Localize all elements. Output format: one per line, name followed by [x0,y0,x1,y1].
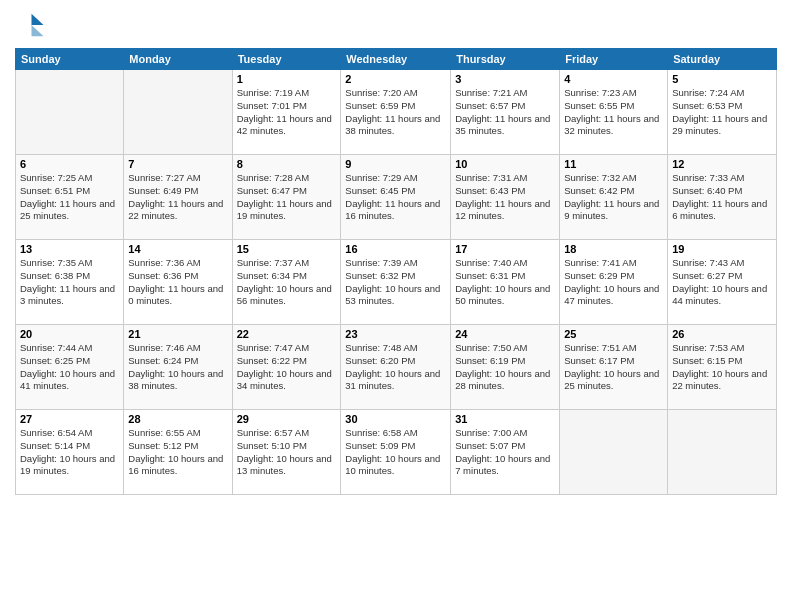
day-number: 19 [672,243,772,255]
calendar-cell: 27Sunrise: 6:54 AMSunset: 5:14 PMDayligh… [16,410,124,495]
day-number: 30 [345,413,446,425]
day-number: 18 [564,243,663,255]
day-number: 17 [455,243,555,255]
day-number: 10 [455,158,555,170]
cell-info: Sunrise: 7:31 AMSunset: 6:43 PMDaylight:… [455,172,555,223]
cell-info: Sunrise: 7:44 AMSunset: 6:25 PMDaylight:… [20,342,119,393]
logo [15,10,49,40]
day-number: 2 [345,73,446,85]
calendar-day-header: Friday [560,49,668,70]
cell-info: Sunrise: 7:43 AMSunset: 6:27 PMDaylight:… [672,257,772,308]
calendar-cell: 7Sunrise: 7:27 AMSunset: 6:49 PMDaylight… [124,155,232,240]
day-number: 14 [128,243,227,255]
day-number: 31 [455,413,555,425]
calendar-week-row: 20Sunrise: 7:44 AMSunset: 6:25 PMDayligh… [16,325,777,410]
cell-info: Sunrise: 6:54 AMSunset: 5:14 PMDaylight:… [20,427,119,478]
day-number: 3 [455,73,555,85]
cell-info: Sunrise: 7:46 AMSunset: 6:24 PMDaylight:… [128,342,227,393]
cell-info: Sunrise: 7:20 AMSunset: 6:59 PMDaylight:… [345,87,446,138]
calendar-cell [560,410,668,495]
calendar-cell: 8Sunrise: 7:28 AMSunset: 6:47 PMDaylight… [232,155,341,240]
calendar-cell: 18Sunrise: 7:41 AMSunset: 6:29 PMDayligh… [560,240,668,325]
day-number: 22 [237,328,337,340]
day-number: 27 [20,413,119,425]
calendar-cell: 19Sunrise: 7:43 AMSunset: 6:27 PMDayligh… [668,240,777,325]
cell-info: Sunrise: 7:28 AMSunset: 6:47 PMDaylight:… [237,172,337,223]
calendar-cell [124,70,232,155]
cell-info: Sunrise: 7:40 AMSunset: 6:31 PMDaylight:… [455,257,555,308]
calendar-cell: 24Sunrise: 7:50 AMSunset: 6:19 PMDayligh… [451,325,560,410]
day-number: 4 [564,73,663,85]
calendar-day-header: Monday [124,49,232,70]
calendar-cell: 5Sunrise: 7:24 AMSunset: 6:53 PMDaylight… [668,70,777,155]
day-number: 23 [345,328,446,340]
cell-info: Sunrise: 7:25 AMSunset: 6:51 PMDaylight:… [20,172,119,223]
calendar-cell: 22Sunrise: 7:47 AMSunset: 6:22 PMDayligh… [232,325,341,410]
day-number: 5 [672,73,772,85]
calendar-day-header: Sunday [16,49,124,70]
calendar-table: SundayMondayTuesdayWednesdayThursdayFrid… [15,48,777,495]
calendar-day-header: Tuesday [232,49,341,70]
cell-info: Sunrise: 7:24 AMSunset: 6:53 PMDaylight:… [672,87,772,138]
calendar-cell: 14Sunrise: 7:36 AMSunset: 6:36 PMDayligh… [124,240,232,325]
day-number: 12 [672,158,772,170]
cell-info: Sunrise: 7:50 AMSunset: 6:19 PMDaylight:… [455,342,555,393]
svg-marker-1 [32,25,44,36]
calendar-cell [668,410,777,495]
page: SundayMondayTuesdayWednesdayThursdayFrid… [0,0,792,612]
cell-info: Sunrise: 7:00 AMSunset: 5:07 PMDaylight:… [455,427,555,478]
day-number: 9 [345,158,446,170]
cell-info: Sunrise: 6:57 AMSunset: 5:10 PMDaylight:… [237,427,337,478]
cell-info: Sunrise: 6:58 AMSunset: 5:09 PMDaylight:… [345,427,446,478]
calendar-cell: 23Sunrise: 7:48 AMSunset: 6:20 PMDayligh… [341,325,451,410]
calendar-cell: 9Sunrise: 7:29 AMSunset: 6:45 PMDaylight… [341,155,451,240]
day-number: 8 [237,158,337,170]
day-number: 28 [128,413,227,425]
cell-info: Sunrise: 6:55 AMSunset: 5:12 PMDaylight:… [128,427,227,478]
calendar-header-row: SundayMondayTuesdayWednesdayThursdayFrid… [16,49,777,70]
cell-info: Sunrise: 7:53 AMSunset: 6:15 PMDaylight:… [672,342,772,393]
cell-info: Sunrise: 7:48 AMSunset: 6:20 PMDaylight:… [345,342,446,393]
logo-icon [15,10,45,40]
calendar-cell: 21Sunrise: 7:46 AMSunset: 6:24 PMDayligh… [124,325,232,410]
day-number: 1 [237,73,337,85]
calendar-cell: 17Sunrise: 7:40 AMSunset: 6:31 PMDayligh… [451,240,560,325]
cell-info: Sunrise: 7:37 AMSunset: 6:34 PMDaylight:… [237,257,337,308]
day-number: 21 [128,328,227,340]
calendar-day-header: Thursday [451,49,560,70]
calendar-cell: 2Sunrise: 7:20 AMSunset: 6:59 PMDaylight… [341,70,451,155]
day-number: 6 [20,158,119,170]
calendar-cell: 20Sunrise: 7:44 AMSunset: 6:25 PMDayligh… [16,325,124,410]
day-number: 13 [20,243,119,255]
calendar-week-row: 13Sunrise: 7:35 AMSunset: 6:38 PMDayligh… [16,240,777,325]
calendar-cell: 31Sunrise: 7:00 AMSunset: 5:07 PMDayligh… [451,410,560,495]
header [15,10,777,40]
cell-info: Sunrise: 7:21 AMSunset: 6:57 PMDaylight:… [455,87,555,138]
calendar-cell: 1Sunrise: 7:19 AMSunset: 7:01 PMDaylight… [232,70,341,155]
calendar-cell: 26Sunrise: 7:53 AMSunset: 6:15 PMDayligh… [668,325,777,410]
cell-info: Sunrise: 7:41 AMSunset: 6:29 PMDaylight:… [564,257,663,308]
day-number: 7 [128,158,227,170]
calendar-cell: 15Sunrise: 7:37 AMSunset: 6:34 PMDayligh… [232,240,341,325]
cell-info: Sunrise: 7:35 AMSunset: 6:38 PMDaylight:… [20,257,119,308]
cell-info: Sunrise: 7:19 AMSunset: 7:01 PMDaylight:… [237,87,337,138]
cell-info: Sunrise: 7:29 AMSunset: 6:45 PMDaylight:… [345,172,446,223]
cell-info: Sunrise: 7:27 AMSunset: 6:49 PMDaylight:… [128,172,227,223]
calendar-week-row: 1Sunrise: 7:19 AMSunset: 7:01 PMDaylight… [16,70,777,155]
cell-info: Sunrise: 7:39 AMSunset: 6:32 PMDaylight:… [345,257,446,308]
day-number: 29 [237,413,337,425]
cell-info: Sunrise: 7:32 AMSunset: 6:42 PMDaylight:… [564,172,663,223]
calendar-day-header: Wednesday [341,49,451,70]
calendar-cell: 6Sunrise: 7:25 AMSunset: 6:51 PMDaylight… [16,155,124,240]
calendar-cell: 30Sunrise: 6:58 AMSunset: 5:09 PMDayligh… [341,410,451,495]
calendar-cell: 13Sunrise: 7:35 AMSunset: 6:38 PMDayligh… [16,240,124,325]
calendar-cell: 25Sunrise: 7:51 AMSunset: 6:17 PMDayligh… [560,325,668,410]
cell-info: Sunrise: 7:36 AMSunset: 6:36 PMDaylight:… [128,257,227,308]
day-number: 11 [564,158,663,170]
cell-info: Sunrise: 7:23 AMSunset: 6:55 PMDaylight:… [564,87,663,138]
calendar-cell: 28Sunrise: 6:55 AMSunset: 5:12 PMDayligh… [124,410,232,495]
calendar-cell: 29Sunrise: 6:57 AMSunset: 5:10 PMDayligh… [232,410,341,495]
day-number: 25 [564,328,663,340]
calendar-cell: 3Sunrise: 7:21 AMSunset: 6:57 PMDaylight… [451,70,560,155]
calendar-cell: 16Sunrise: 7:39 AMSunset: 6:32 PMDayligh… [341,240,451,325]
